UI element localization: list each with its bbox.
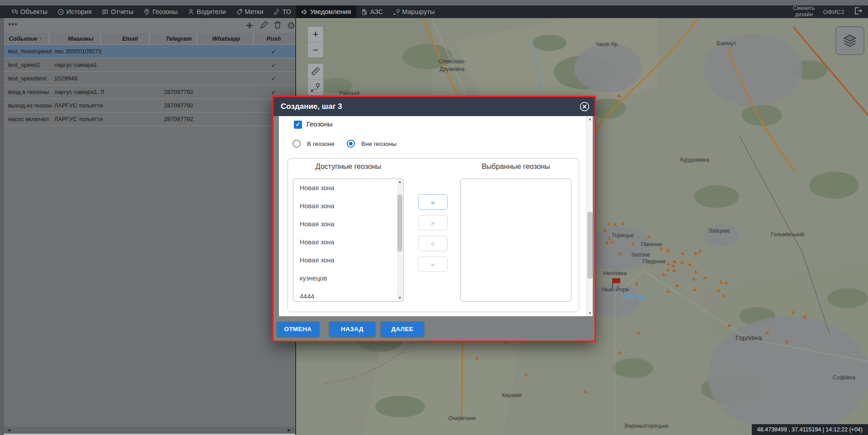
change-design-button[interactable]: Сменитьдизайн — [793, 5, 815, 18]
scroll-up-icon[interactable]: ▲ — [587, 116, 593, 122]
radio-in-geozone-label[interactable]: В геозоне — [307, 140, 335, 147]
scroll-right-icon[interactable]: ▶ — [288, 427, 291, 434]
maintenance-icon — [274, 9, 280, 15]
column-whatsapp[interactable]: Whatsapp — [197, 33, 255, 45]
table-row[interactable]: test_speed2ларгус самара1✓ — [4, 58, 295, 72]
left-gutter — [0, 18, 4, 435]
app-window: Объекты История Отчеты Геозоны Водители … — [0, 0, 868, 435]
scroll-thumb[interactable] — [397, 195, 402, 252]
svg-text:Нью-Йорк: Нью-Йорк — [602, 286, 629, 293]
selected-geozones-title: Выбранные геозоны — [460, 163, 571, 171]
geozone-item[interactable]: 4444 — [293, 287, 403, 302]
layers-button[interactable] — [835, 26, 864, 55]
window-top-strip — [0, 0, 868, 5]
modal-scrollbar[interactable]: ▲ ▼ — [586, 116, 593, 316]
cancel-button[interactable]: ОТМЕНА — [277, 322, 319, 337]
geozones-checkbox[interactable]: ✓ — [294, 121, 302, 129]
scroll-thumb[interactable] — [587, 212, 593, 279]
scroll-down-icon[interactable]: ▼ — [397, 295, 403, 301]
nav-objects[interactable]: Объекты — [6, 5, 52, 18]
modal-close-button[interactable] — [579, 101, 590, 112]
route-icon — [310, 82, 321, 93]
table-row[interactable]: test_speedtest1029949✓ — [4, 72, 295, 85]
horizontal-scrollbar[interactable]: ◀ ▶ — [4, 427, 295, 434]
svg-text:Гольмівський: Гольмівський — [771, 231, 804, 238]
create-notification-modal-step3: Создание, шаг 3 ✓ Геозоны В геозоне Вне … — [272, 96, 596, 342]
scroll-left-icon[interactable]: ◀ — [7, 427, 10, 434]
radio-in-geozone[interactable] — [292, 140, 301, 148]
nav-reports[interactable]: Отчеты — [97, 5, 138, 18]
nav-drivers[interactable]: Водители — [183, 5, 231, 18]
measure-button[interactable] — [308, 64, 323, 80]
table-row[interactable]: насос включилЛАРГУС тольятти287097792 — [4, 112, 295, 126]
map-tools-control — [307, 63, 324, 96]
route-button[interactable] — [308, 80, 323, 95]
geozone-item[interactable]: Новая зона — [293, 233, 403, 251]
scroll-up-icon[interactable]: ▲ — [397, 179, 403, 185]
move-all-left-button[interactable]: « — [418, 257, 448, 272]
cell-ev: насос включил — [8, 112, 52, 126]
coordinates-status-bar: 48.4738499 , 37.4115194 | 14:12:22 (+04) — [752, 424, 868, 435]
nav-right-cluster: Сменитьдизайн ОФИС2 — [793, 5, 863, 18]
nav-history[interactable]: История — [52, 5, 97, 18]
back-button[interactable]: НАЗАД — [329, 322, 375, 337]
logout-icon — [853, 6, 863, 16]
panel-menu-button[interactable]: ••• — [8, 20, 18, 29]
zoom-in-button[interactable]: + — [308, 27, 323, 42]
cell-wa — [197, 99, 255, 112]
map-zoom-control: + − — [307, 26, 324, 58]
nav-label: История — [66, 8, 92, 15]
nav-label: Геозоны — [152, 8, 178, 15]
move-all-right-button[interactable]: » — [418, 194, 448, 210]
tags-icon — [236, 9, 243, 15]
geozones-checkbox-label[interactable]: Геозоны — [307, 120, 333, 128]
sort-arrow-icon[interactable]: ↑ — [39, 35, 42, 42]
table-row[interactable]: вход в геозоныларгус самара1, Л287097792… — [4, 85, 295, 99]
logout-button[interactable] — [853, 6, 863, 18]
nav-fuel[interactable]: АЗС — [356, 5, 388, 18]
cell-wa — [197, 112, 255, 126]
main-nav: Объекты История Отчеты Геозоны Водители … — [0, 5, 868, 18]
layers-icon — [841, 32, 859, 50]
svg-text:Неліпівка: Неліпівка — [603, 270, 627, 276]
scroll-down-icon[interactable]: ▼ — [587, 310, 593, 316]
next-button[interactable]: ДАЛЕЕ — [381, 322, 424, 337]
settings-button[interactable]: ⚙ — [286, 20, 297, 31]
cell-ev: выход из геозон — [8, 99, 52, 112]
cell-pu: ✓ — [253, 45, 294, 58]
nav-label: Водители — [197, 8, 226, 15]
radio-out-geozone-label[interactable]: Вне геозоны — [361, 140, 396, 147]
move-right-button[interactable]: > — [418, 215, 448, 230]
nav-tags[interactable]: Метки — [231, 5, 269, 18]
geozone-item[interactable]: Новая зона — [293, 215, 403, 233]
trash-icon — [273, 20, 282, 29]
available-geozones-title: Доступные геозоны — [293, 163, 404, 171]
geozone-item[interactable]: Новая зона — [293, 197, 403, 215]
account-name[interactable]: ОФИС2 — [823, 9, 844, 15]
nav-geozones[interactable]: Геозоны — [138, 5, 183, 18]
move-left-button[interactable]: < — [418, 236, 448, 251]
cell-ev: test_speedtest — [8, 72, 52, 85]
delete-button[interactable] — [272, 20, 283, 31]
column-push[interactable]: Push — [253, 33, 294, 45]
nav-notifications[interactable]: Уведомления — [296, 5, 356, 18]
cell-pu: ✓ — [253, 58, 294, 72]
nav-routes[interactable]: Маршруты — [388, 5, 439, 18]
column-event[interactable]: Событие ↑ — [4, 33, 47, 45]
svg-text:Зайцеве: Зайцеве — [709, 228, 730, 234]
geozone-item[interactable]: Новая зона — [293, 179, 403, 197]
available-list-scrollbar[interactable]: ▲ ▼ — [397, 179, 403, 301]
available-list[interactable]: ▲ ▼ Новая зонаНовая зонаНовая зонаНовая … — [293, 178, 404, 302]
selected-list[interactable] — [460, 178, 571, 302]
table-row[interactable]: test_forestspeedлес 35500109273✓ — [4, 45, 295, 58]
zoom-out-button[interactable]: − — [308, 42, 323, 57]
geozone-item[interactable]: Новая зона — [293, 251, 403, 269]
radio-out-geozone[interactable] — [347, 140, 355, 148]
geozone-item[interactable]: кузнецов — [293, 269, 403, 287]
table-row[interactable]: выход из геозонЛАРГУС тольятти287097792 — [4, 99, 295, 112]
nav-label: Метки — [245, 8, 264, 15]
add-button[interactable]: + — [244, 20, 255, 31]
edit-button[interactable] — [259, 20, 269, 31]
svg-text:Софіївка: Софіївка — [833, 374, 855, 381]
nav-maintenance[interactable]: ТО — [269, 5, 296, 18]
